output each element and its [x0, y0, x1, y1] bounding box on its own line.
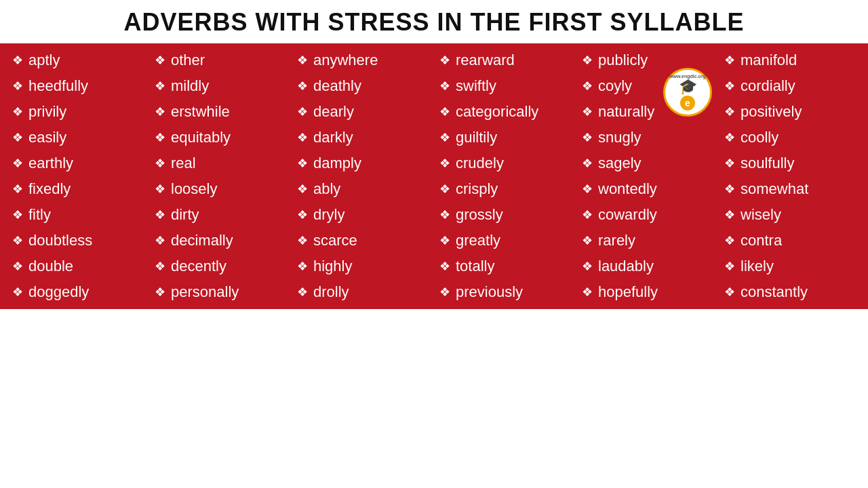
list-item: ❖erstwhile	[149, 99, 292, 125]
list-item: ❖soulfully	[719, 150, 861, 176]
list-item: ❖constantly	[719, 279, 861, 305]
bullet-icon: ❖	[724, 130, 735, 145]
word-label: crisply	[456, 180, 498, 198]
bullet-icon: ❖	[297, 53, 308, 68]
list-item: ❖sagely	[576, 150, 719, 176]
word-label: cowardly	[598, 206, 657, 224]
word-label: privily	[28, 103, 66, 121]
list-item: ❖somewhat	[719, 176, 861, 202]
word-label: damply	[313, 155, 361, 172]
list-item: ❖totally	[434, 253, 576, 279]
word-label: laudably	[598, 258, 654, 275]
bullet-icon: ❖	[439, 104, 450, 119]
word-label: wontedly	[598, 180, 657, 198]
list-item: ❖decimally	[149, 228, 292, 253]
bullet-icon: ❖	[724, 259, 735, 274]
word-label: positively	[741, 103, 802, 121]
bullet-icon: ❖	[582, 104, 593, 119]
word-label: contra	[741, 232, 782, 249]
bullet-icon: ❖	[582, 259, 593, 274]
list-item: ❖snugly	[576, 125, 719, 150]
bullet-icon: ❖	[724, 53, 735, 68]
word-label: darkly	[313, 129, 353, 146]
list-item: ❖rarely	[576, 228, 719, 253]
bullet-icon: ❖	[12, 182, 23, 197]
list-item: ❖mildly	[149, 73, 292, 99]
bullet-icon: ❖	[12, 207, 23, 222]
bullet-icon: ❖	[155, 79, 165, 94]
word-label: dryly	[313, 206, 344, 224]
list-item: ❖likely	[719, 253, 861, 279]
list-item: ❖ably	[292, 176, 434, 202]
bullet-icon: ❖	[155, 207, 165, 222]
word-label: naturally	[598, 103, 654, 121]
list-item: ❖rearward	[434, 47, 576, 73]
list-item: ❖coolly	[719, 125, 861, 150]
word-label: sagely	[598, 155, 642, 172]
word-label: aptly	[28, 52, 60, 69]
bullet-icon: ❖	[155, 285, 165, 300]
list-item: ❖crisply	[434, 176, 576, 202]
list-item: ❖categorically	[434, 99, 576, 125]
list-item: ❖privily	[7, 99, 149, 125]
word-label: deathly	[313, 77, 361, 95]
list-item: ❖manifold	[719, 47, 861, 73]
bullet-icon: ❖	[297, 259, 308, 274]
bullet-icon: ❖	[12, 130, 23, 145]
bullet-icon: ❖	[439, 207, 450, 222]
bullet-icon: ❖	[297, 285, 308, 300]
word-label: constantly	[741, 283, 808, 301]
bullet-icon: ❖	[12, 285, 23, 300]
list-item: ❖equitably	[149, 125, 292, 150]
bullet-icon: ❖	[155, 233, 165, 248]
list-item: ❖doubtless	[7, 228, 149, 253]
bullet-icon: ❖	[724, 285, 735, 300]
list-item: ❖personally	[149, 279, 292, 305]
list-item: ❖greatly	[434, 228, 576, 253]
word-label: heedfully	[28, 77, 88, 95]
site-logo: www.engdic.org 🎓 e	[663, 68, 712, 117]
list-item: ❖deathly	[292, 73, 434, 99]
word-label: rarely	[598, 232, 635, 249]
bullet-icon: ❖	[582, 207, 593, 222]
word-label: previously	[456, 283, 523, 301]
bullet-icon: ❖	[297, 130, 308, 145]
bullet-icon: ❖	[582, 233, 593, 248]
bullet-icon: ❖	[297, 104, 308, 119]
word-label: anywhere	[313, 52, 378, 69]
list-item: ❖guiltily	[434, 125, 576, 150]
list-item: ❖aptly	[7, 47, 149, 73]
list-item: ❖double	[7, 253, 149, 279]
word-grid: ❖aptly❖other❖anywhere❖rearward❖publicly❖…	[7, 47, 861, 305]
word-label: easily	[28, 129, 66, 146]
page-title: ADVERBS WITH STRESS IN THE FIRST SYLLABL…	[0, 0, 868, 43]
word-label: wisely	[741, 206, 781, 224]
bullet-icon: ❖	[582, 285, 593, 300]
word-label: crudely	[456, 155, 504, 172]
bullet-icon: ❖	[155, 104, 165, 119]
list-item: ❖crudely	[434, 150, 576, 176]
list-item: ❖dearly	[292, 99, 434, 125]
bullet-icon: ❖	[582, 79, 593, 94]
word-label: ably	[313, 180, 340, 198]
list-item: ❖contra	[719, 228, 861, 253]
word-label: dirty	[171, 206, 199, 224]
bullet-icon: ❖	[155, 259, 165, 274]
word-label: dearly	[313, 103, 354, 121]
list-item: ❖swiftly	[434, 73, 576, 99]
graduation-icon: 🎓	[679, 79, 697, 94]
bullet-icon: ❖	[12, 53, 23, 68]
word-label: greatly	[456, 232, 500, 249]
bullet-icon: ❖	[297, 182, 308, 197]
bullet-icon: ❖	[439, 182, 450, 197]
word-label: scarce	[313, 232, 357, 249]
bullet-icon: ❖	[12, 233, 23, 248]
bullet-icon: ❖	[724, 233, 735, 248]
list-item: ❖hopefully	[576, 279, 719, 305]
word-label: grossly	[456, 206, 503, 224]
word-label: fitly	[28, 206, 51, 224]
bullet-icon: ❖	[297, 156, 308, 171]
word-label: personally	[171, 283, 239, 301]
bullet-icon: ❖	[12, 259, 23, 274]
word-label: likely	[741, 258, 774, 275]
